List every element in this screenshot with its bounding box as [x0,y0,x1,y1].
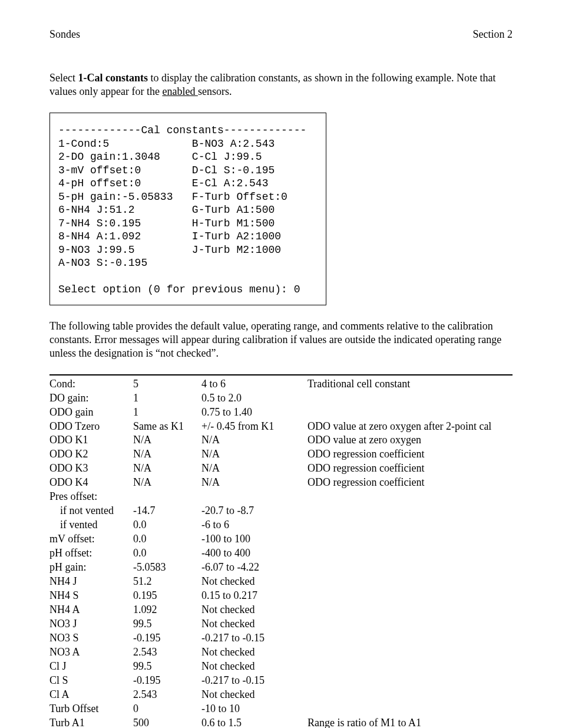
default-value: N/A [133,476,201,490]
comment [308,645,513,660]
operating-range: 0.6 to 1.5 [201,716,308,728]
header-left: Sondes [49,28,80,41]
default-value: 0 [133,702,201,716]
header-right: Section 2 [473,28,513,41]
comment [308,631,513,645]
text: Select [49,72,78,84]
constant-name: ODO Tzero [49,420,133,434]
operating-range: -20.7 to -8.7 [201,504,308,518]
comment [308,391,513,406]
operating-range: N/A [201,433,308,447]
operating-range: Not checked [201,660,308,674]
table-row: Cond:54 to 6Traditional cell constant [49,375,513,391]
comment [308,688,513,702]
default-value: 0.0 [133,518,201,532]
default-value: 1.092 [133,603,201,617]
menu-option-name: 1-Cal constants [78,72,148,84]
document-page: Sondes Section 2 Select 1-Cal constants … [0,0,562,728]
default-value: 99.5 [133,660,201,674]
constant-name: ODO K3 [49,462,133,476]
table-row: Pres offset: [49,490,513,504]
default-value [133,490,201,504]
default-value: 0.0 [133,546,201,561]
table-row: ODO K4N/AN/AODO regression coefficient [49,476,513,490]
comment: Traditional cell constant [308,375,513,391]
operating-range: N/A [201,462,308,476]
calibration-constants-table: Cond:54 to 6Traditional cell constantDO … [49,374,513,728]
comment: ODO regression coefficient [308,447,513,462]
constant-name: NH4 S [49,589,133,603]
operating-range: -0.217 to -0.15 [201,674,308,688]
comment [308,603,513,617]
constant-name: Pres offset: [49,490,133,504]
constant-name: NO3 J [49,617,133,631]
constant-name: Turb A1 [49,716,133,728]
default-value: 99.5 [133,617,201,631]
comment: ODO regression coefficient [308,462,513,476]
table-row: Turb A15000.6 to 1.5Range is ratio of M1… [49,716,513,728]
comment: ODO regression coefficient [308,476,513,490]
operating-range: -6 to 6 [201,518,308,532]
comment [308,589,513,603]
constant-name: NH4 J [49,575,133,589]
comment: Range is ratio of M1 to A1 [308,716,513,728]
constant-name: Cl A [49,688,133,702]
intro-paragraph: Select 1-Cal constants to display the ca… [49,71,513,98]
comment [308,504,513,518]
table-row: mV offset:0.0-100 to 100 [49,532,513,546]
table-row: Cl J99.5Not checked [49,660,513,674]
text: sensors. [198,85,232,97]
constant-name: NO3 S [49,631,133,645]
operating-range: N/A [201,476,308,490]
table-row: ODO gain10.75 to 1.40 [49,406,513,420]
default-value: 5 [133,375,201,391]
operating-range [201,490,308,504]
comment [308,561,513,575]
default-value: -0.195 [133,631,201,645]
operating-range: Not checked [201,645,308,660]
constant-name: Cl S [49,674,133,688]
operating-range: 0.75 to 1.40 [201,406,308,420]
operating-range: -400 to 400 [201,546,308,561]
constant-name: mV offset: [49,532,133,546]
default-value: 0.0 [133,532,201,546]
comment [308,575,513,589]
operating-range: 0.5 to 2.0 [201,391,308,406]
default-value: 2.543 [133,688,201,702]
constant-name: ODO K1 [49,433,133,447]
comment [308,702,513,716]
default-value: N/A [133,462,201,476]
default-value: -14.7 [133,504,201,518]
constant-name: ODO K4 [49,476,133,490]
default-value: 0.195 [133,589,201,603]
operating-range: -100 to 100 [201,532,308,546]
constant-name: DO gain: [49,391,133,406]
default-value: -5.0583 [133,561,201,575]
table-row: NH4 J51.2Not checked [49,575,513,589]
constant-name: if vented [49,518,133,532]
operating-range: -10 to 10 [201,702,308,716]
table-row: if vented0.0-6 to 6 [49,518,513,532]
default-value: -0.195 [133,674,201,688]
default-value: Same as K1 [133,420,201,434]
operating-range: Not checked [201,688,308,702]
terminal-output-box: -------------Cal constants------------- … [49,113,326,305]
constant-name: ODO K2 [49,447,133,462]
constant-name: pH gain: [49,561,133,575]
comment [308,518,513,532]
underlined-word: enabled [162,85,197,97]
constant-name: Cond: [49,375,133,391]
running-header: Sondes Section 2 [49,28,513,41]
table-row: pH offset:0.0-400 to 400 [49,546,513,561]
table-row: NO3 S-0.195-0.217 to -0.15 [49,631,513,645]
default-value: N/A [133,447,201,462]
table-row: ODO K3N/AN/AODO regression coefficient [49,462,513,476]
table-row: NH4 S0.1950.15 to 0.217 [49,589,513,603]
table-row: DO gain:10.5 to 2.0 [49,391,513,406]
operating-range: -0.217 to -0.15 [201,631,308,645]
table-row: pH gain:-5.0583-6.07 to -4.22 [49,561,513,575]
default-value: 1 [133,391,201,406]
operating-range: 4 to 6 [201,375,308,391]
comment [308,406,513,420]
constant-name: pH offset: [49,546,133,561]
